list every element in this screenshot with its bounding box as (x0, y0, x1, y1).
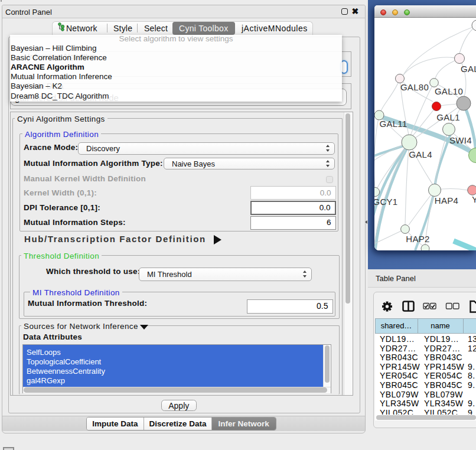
svg-text:GAL7: GAL7 (461, 64, 476, 74)
svg-text:HAP4: HAP4 (435, 195, 458, 206)
svg-text:GAL11: GAL11 (379, 119, 407, 129)
svg-text:GAL80: GAL80 (400, 82, 429, 92)
svg-text:GAL1: GAL1 (436, 112, 460, 122)
svg-text:YJ: YJ (472, 194, 476, 204)
svg-text:GAL4: GAL4 (409, 149, 432, 159)
svg-text:GAL10: GAL10 (435, 86, 463, 96)
svg-text:SWI4: SWI4 (449, 135, 472, 145)
svg-text:GCY1: GCY1 (374, 197, 398, 207)
svg-text:HAP2: HAP2 (406, 234, 429, 244)
